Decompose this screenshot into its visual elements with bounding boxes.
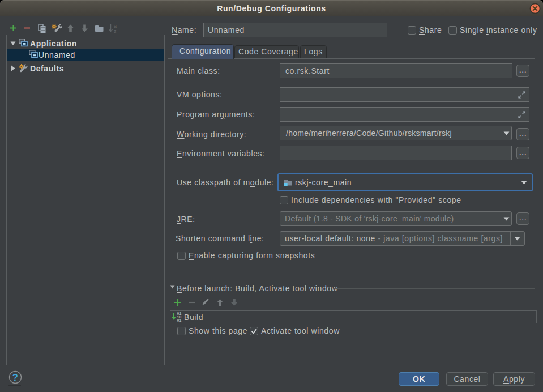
svg-text:01: 01 bbox=[177, 319, 182, 322]
svg-text:?: ? bbox=[12, 372, 19, 382]
svg-text:z: z bbox=[114, 28, 117, 33]
